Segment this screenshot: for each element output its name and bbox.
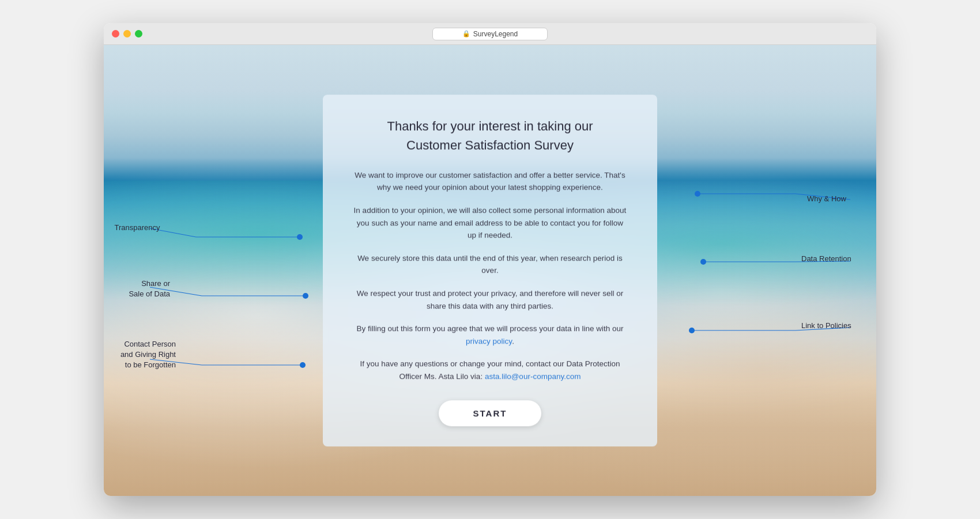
survey-para-contact: If you have any questions or change your…: [352, 358, 628, 383]
close-button[interactable]: [112, 30, 119, 37]
contact-email-link[interactable]: asta.lilo@our-company.com: [485, 372, 581, 381]
para5-before: By filling out this form you agree that …: [357, 324, 624, 333]
para5-after: .: [512, 337, 514, 345]
lock-icon: 🔒: [462, 30, 470, 37]
address-bar[interactable]: 🔒 SurveyLegend: [432, 28, 548, 40]
survey-title-line1: Thanks for your interest in taking our: [352, 118, 628, 136]
survey-card: Thanks for your interest in taking our C…: [323, 95, 657, 446]
title-bar: 🔒 SurveyLegend: [104, 23, 876, 45]
maximize-button[interactable]: [135, 30, 142, 37]
traffic-lights: [112, 30, 142, 37]
survey-para-why: We want to improve our customer satisfac…: [352, 169, 628, 194]
minimize-button[interactable]: [123, 30, 131, 37]
survey-para-transparency: In addition to your opinion, we will als…: [352, 204, 628, 242]
survey-para-share: We respect your trust and protect your p…: [352, 287, 628, 312]
mac-window: 🔒 SurveyLegend Thanks for your interest …: [104, 23, 876, 496]
survey-para-retention: We securely store this data until the en…: [352, 252, 628, 277]
url-text: SurveyLegend: [473, 30, 518, 38]
start-button[interactable]: START: [439, 400, 542, 426]
browser-content: Thanks for your interest in taking our C…: [104, 45, 876, 496]
survey-title-line2: Customer Satisfaction Survey: [352, 138, 628, 153]
privacy-policy-link[interactable]: privacy policy: [466, 337, 512, 345]
survey-para-policies: By filling out this form you agree that …: [352, 322, 628, 347]
